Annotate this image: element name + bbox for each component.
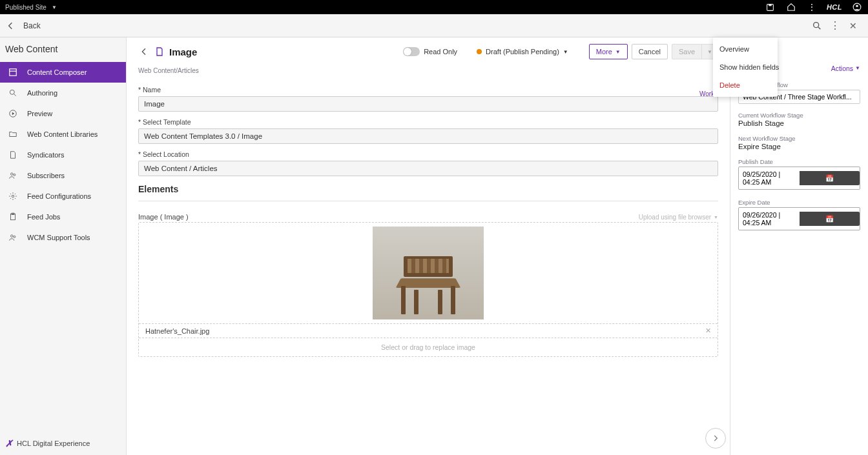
back-arrow-icon[interactable]	[5, 20, 17, 32]
more-dropdown-menu: Overview Show hidden fields Delete	[713, 37, 778, 97]
svg-rect-6	[10, 69, 17, 76]
expire-date-label: Expire Date	[738, 199, 860, 206]
name-input[interactable]: Image	[138, 96, 718, 112]
more-label: More	[596, 48, 612, 56]
remove-image-icon[interactable]: ✕	[705, 327, 711, 335]
search-icon[interactable]	[811, 20, 823, 32]
more-button[interactable]: More ▼	[589, 44, 628, 59]
svg-rect-1	[769, 4, 772, 6]
image-filename: Hatnefer's_Chair.jpg	[145, 327, 209, 335]
svg-point-16	[11, 235, 14, 238]
readonly-label: Read Only	[424, 48, 457, 56]
back-chevron-icon[interactable]	[138, 46, 150, 57]
top-bar: Published Site ▼ ⋮ HCL	[0, 0, 868, 14]
layout-icon	[8, 67, 18, 77]
image-dropzone[interactable]: Hatnefer's_Chair.jpg ✕ Select or drag to…	[138, 222, 718, 357]
home-icon[interactable]	[785, 1, 797, 13]
chevron-down-icon: ▼	[563, 49, 568, 55]
sidebar-item-feed-configs[interactable]: Feed Configurations	[0, 186, 126, 207]
sidebar-item-authoring[interactable]: Authoring	[0, 83, 126, 103]
save-button[interactable]: Save	[672, 44, 701, 59]
sidebar-item-libraries[interactable]: Web Content Libraries	[0, 124, 126, 145]
dropdown-delete[interactable]: Delete	[713, 76, 778, 94]
play-icon	[8, 108, 18, 119]
template-select[interactable]: Web Content Templates 3.0 / Image	[138, 128, 718, 144]
right-panel: Workflow v us sh Pending) Actions ▼ *Cur…	[730, 37, 868, 455]
status-dropdown[interactable]: Draft (Publish Pending) ▼	[477, 48, 568, 56]
kebab-menu-icon[interactable]: ⋮	[806, 1, 818, 13]
sidebar-item-feed-jobs[interactable]: Feed Jobs	[0, 207, 126, 227]
next-stage-value: Expire Stage	[738, 143, 860, 150]
sidebar-item-label: Content Composer	[27, 68, 87, 76]
sidebar-item-content-composer[interactable]: Content Composer	[0, 62, 126, 83]
brand-logo: HCL	[827, 3, 842, 11]
chevron-down-icon: ▼	[714, 215, 718, 219]
dropdown-overview[interactable]: Overview	[713, 40, 778, 58]
user-circle-icon[interactable]	[851, 1, 863, 13]
sidebar-item-syndicators[interactable]: Syndicators	[0, 145, 126, 165]
people-icon	[8, 170, 18, 181]
cancel-button[interactable]: Cancel	[632, 44, 668, 59]
content-area: Image Read Only Draft (Publish Pending) …	[127, 37, 730, 455]
sidebar: Web Content Content Composer Authoring P…	[0, 37, 127, 455]
people-icon	[8, 232, 18, 243]
publish-date-field[interactable]: 09/25/2020 | 04:25 AM 📅	[738, 167, 860, 190]
dropdown-show-hidden[interactable]: Show hidden fields	[713, 58, 778, 76]
save-disk-icon[interactable]	[765, 1, 776, 13]
sidebar-item-label: Syndicators	[27, 151, 64, 159]
image-preview	[373, 227, 484, 319]
location-label: * Select Location	[138, 150, 718, 158]
svg-point-4	[814, 22, 819, 27]
sidebar-item-label: Web Content Libraries	[27, 130, 98, 138]
chair-image-icon	[396, 256, 460, 314]
expand-panel-button[interactable]	[705, 428, 726, 449]
close-icon[interactable]: ✕	[847, 20, 859, 32]
template-label: * Select Template	[138, 118, 718, 126]
name-label: * Name	[138, 86, 718, 94]
sidebar-title: Web Content	[0, 37, 126, 62]
brand-mark-icon: ✗	[5, 438, 13, 449]
svg-line-5	[818, 27, 820, 29]
svg-point-8	[10, 90, 14, 94]
kebab-menu-icon[interactable]: ⋮	[829, 20, 841, 32]
sidebar-item-subscribers[interactable]: Subscribers	[0, 165, 126, 186]
breadcrumb[interactable]: Web Content/Articles	[138, 63, 718, 83]
next-stage-label: Next Workflow Stage	[738, 135, 860, 142]
back-label[interactable]: Back	[23, 21, 41, 30]
calendar-icon[interactable]: 📅	[800, 171, 860, 185]
gear-icon	[8, 191, 18, 201]
sidebar-item-label: Preview	[27, 110, 52, 117]
readonly-toggle[interactable]	[403, 47, 420, 56]
expire-date-field[interactable]: 09/26/2020 | 04:25 AM 📅	[738, 207, 860, 230]
image-element-label: Image ( Image )	[138, 213, 189, 221]
footer-label: HCL Digital Experience	[17, 440, 90, 447]
replace-image-hint[interactable]: Select or drag to replace image	[139, 338, 718, 356]
sidebar-item-label: Authoring	[27, 89, 57, 97]
divider	[138, 201, 718, 201]
sidebar-item-support-tools[interactable]: WCM Support Tools	[0, 227, 126, 248]
nav-bar: Back ⋮ ✕	[0, 14, 868, 37]
sidebar-footer: ✗ HCL Digital Experience	[0, 432, 126, 455]
svg-point-11	[11, 173, 14, 176]
chevron-down-icon: ▼	[855, 65, 860, 71]
actions-dropdown[interactable]: Actions ▼	[831, 65, 860, 72]
location-select[interactable]: Web Content / Articles	[138, 161, 718, 176]
svg-line-9	[14, 94, 16, 96]
chevron-down-icon: ▼	[615, 49, 621, 55]
sidebar-item-label: Subscribers	[27, 172, 65, 179]
clipboard-icon	[8, 212, 18, 222]
svg-point-17	[14, 236, 16, 238]
site-label[interactable]: Published Site	[5, 4, 46, 11]
sidebar-item-label: WCM Support Tools	[27, 234, 90, 241]
document-icon	[154, 46, 165, 57]
upload-file-browser-link[interactable]: Upload using file browser ▼	[639, 213, 718, 221]
elements-heading: Elements	[138, 184, 718, 194]
document-icon	[8, 150, 18, 160]
sidebar-item-preview[interactable]: Preview	[0, 103, 126, 124]
chevron-down-icon: ▼	[707, 49, 712, 55]
chevron-down-icon[interactable]: ▼	[52, 5, 57, 10]
calendar-icon[interactable]: 📅	[800, 212, 860, 226]
publish-date-label: Publish Date	[738, 158, 860, 165]
svg-point-3	[856, 5, 858, 8]
search-icon	[8, 88, 18, 98]
